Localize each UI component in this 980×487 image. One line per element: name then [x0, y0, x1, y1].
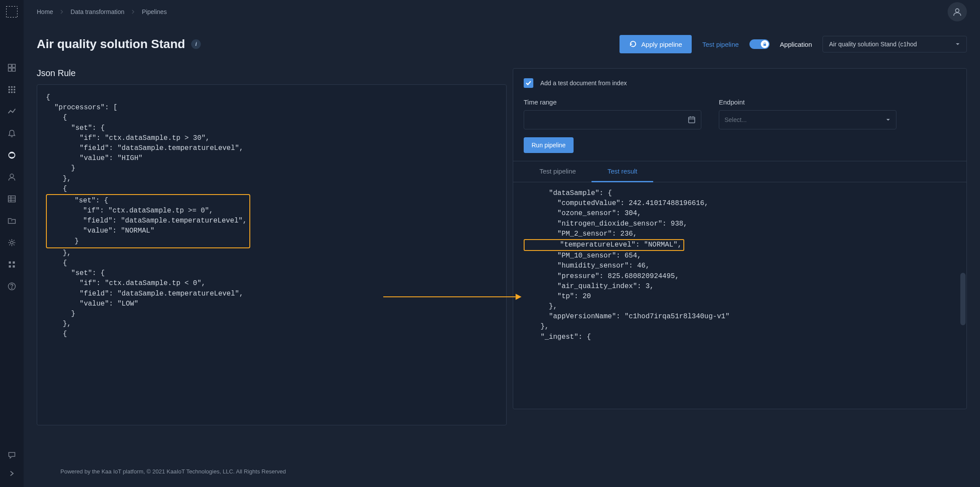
svg-point-10: [14, 89, 15, 90]
sidebar-files-icon[interactable]: [7, 216, 17, 226]
svg-rect-3: [8, 68, 11, 71]
test-pipeline-label: Test pipeline: [702, 41, 738, 48]
chevron-right-icon: [59, 9, 64, 14]
chat-icon[interactable]: [7, 450, 17, 460]
svg-point-13: [14, 91, 15, 93]
chevron-down-icon: [886, 117, 891, 122]
svg-rect-2: [12, 64, 15, 67]
svg-rect-0: [6, 6, 18, 17]
result-segment-2: "PM_10_sensor": 654, "humidity_sensor": …: [524, 252, 729, 341]
svg-rect-23: [9, 261, 11, 264]
application-select[interactable]: Air quality solution Stand (c1hod: [822, 36, 967, 52]
run-pipeline-button[interactable]: Run pipeline: [524, 137, 574, 153]
svg-point-11: [8, 91, 10, 93]
svg-point-12: [11, 91, 13, 93]
svg-point-29: [956, 9, 959, 12]
svg-rect-1: [8, 64, 11, 67]
topbar: Home Data transformation Pipelines: [37, 0, 967, 24]
json-rule-editor[interactable]: { "processors": [ { "set": { "if": "ctx.…: [37, 84, 507, 425]
code-segment-1: { "processors": [ { "set": { "if": "ctx.…: [46, 94, 243, 193]
chevron-right-icon: [130, 9, 136, 14]
sidebar-table-icon[interactable]: [7, 194, 17, 204]
sidebar-analytics-icon[interactable]: [7, 107, 17, 116]
refresh-icon: [629, 40, 637, 48]
sidebar-help-icon[interactable]: [7, 282, 17, 291]
calendar-icon: [688, 116, 696, 124]
logo: [0, 0, 24, 24]
info-icon[interactable]: i: [191, 39, 201, 49]
breadcrumb-pipelines[interactable]: Pipelines: [142, 8, 167, 15]
endpoint-placeholder: Select...: [724, 116, 747, 123]
page-title: Air quality solution Stand: [37, 37, 185, 51]
svg-point-22: [10, 241, 13, 244]
svg-point-28: [11, 288, 12, 289]
footer-text: Powered by the Kaa IoT platform, © 2021 …: [60, 468, 286, 475]
svg-rect-24: [13, 261, 15, 264]
result-scrollbar[interactable]: [960, 273, 966, 325]
tab-test-pipeline[interactable]: Test pipeline: [524, 161, 592, 182]
sidebar-extensions-icon[interactable]: [7, 260, 17, 269]
svg-point-15: [10, 174, 14, 177]
result-highlight-box: "temperatureLevel": "NORMAL",: [524, 239, 684, 251]
svg-point-5: [8, 86, 10, 88]
user-avatar[interactable]: [948, 2, 967, 21]
svg-rect-16: [8, 196, 15, 202]
add-test-doc-checkbox[interactable]: [524, 78, 533, 88]
svg-point-6: [11, 86, 13, 88]
tab-test-result[interactable]: Test result: [592, 161, 653, 182]
time-range-input[interactable]: [524, 110, 701, 129]
test-panel: Add a test document from index Time rang…: [513, 68, 967, 409]
sidebar-transformation-icon[interactable]: [7, 150, 17, 160]
sidebar-apps-icon[interactable]: [7, 85, 17, 94]
time-range-label: Time range: [524, 98, 701, 106]
sidebar-notifications-icon[interactable]: [7, 129, 17, 138]
svg-point-7: [14, 86, 15, 88]
breadcrumbs: Home Data transformation Pipelines: [37, 8, 167, 15]
chevron-down-icon: [955, 42, 960, 47]
endpoint-label: Endpoint: [719, 98, 896, 106]
application-select-value: Air quality solution Stand (c1hod: [829, 41, 917, 48]
result-tabs: Test pipeline Test result: [513, 161, 966, 182]
page-header: Air quality solution Stand i Apply pipel…: [37, 35, 967, 53]
user-icon: [952, 7, 962, 17]
svg-rect-30: [763, 44, 766, 46]
json-rule-label: Json Rule: [37, 68, 507, 78]
test-result-output[interactable]: "dataSample": { "computedValue": 242.410…: [513, 182, 966, 409]
sidebar-settings-icon[interactable]: [7, 238, 17, 247]
sidebar: [0, 0, 24, 487]
breadcrumb-data-transformation[interactable]: Data transformation: [70, 8, 124, 15]
lock-icon: [763, 42, 767, 46]
run-pipeline-label: Run pipeline: [532, 142, 566, 149]
svg-rect-26: [13, 265, 15, 268]
svg-rect-25: [9, 265, 11, 268]
application-label: Application: [780, 41, 812, 48]
svg-rect-31: [689, 117, 695, 123]
add-test-doc-label: Add a test document from index: [540, 80, 627, 87]
svg-point-8: [8, 89, 10, 90]
svg-point-9: [11, 89, 13, 90]
apply-pipeline-button[interactable]: Apply pipeline: [620, 35, 692, 53]
sidebar-dashboard-icon[interactable]: [7, 63, 17, 73]
breadcrumb-home[interactable]: Home: [37, 8, 53, 15]
code-segment-2: }, { "set": { "if": "ctx.dataSample.tp <…: [46, 249, 243, 338]
result-segment-1: "dataSample": { "computedValue": 242.410…: [524, 189, 708, 238]
check-icon: [525, 80, 532, 86]
code-highlight-box: "set": { "if": "ctx.dataSample.tp >= 0",…: [46, 194, 250, 248]
expand-icon[interactable]: [7, 469, 17, 478]
sidebar-users-icon[interactable]: [7, 172, 17, 182]
apply-pipeline-label: Apply pipeline: [641, 41, 682, 48]
test-pipeline-toggle[interactable]: [749, 39, 770, 49]
svg-rect-4: [12, 68, 15, 71]
endpoint-select[interactable]: Select...: [719, 110, 896, 129]
